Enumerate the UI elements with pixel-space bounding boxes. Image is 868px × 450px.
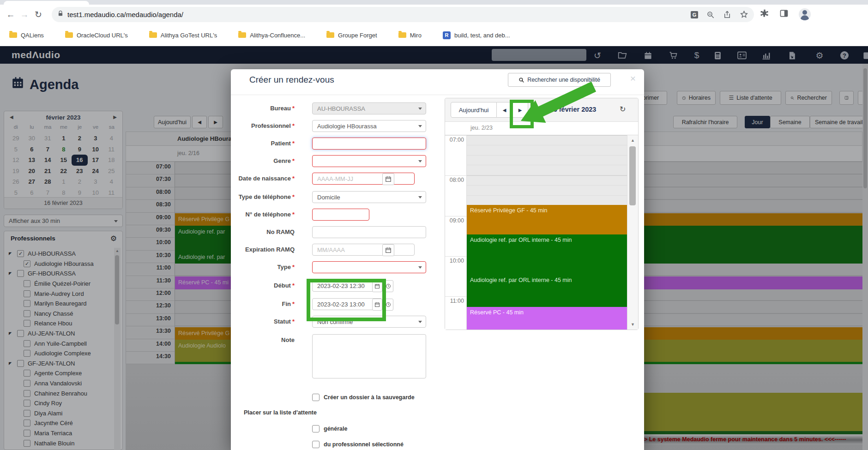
chevron-down-icon [418,321,422,323]
event[interactable]: Réservé Privilège GF - 45 min [467,205,627,234]
field-type: Type* [199,261,429,273]
field-expiration-ramq: Expiration RAMQ MM/AAAA [199,244,429,256]
bureau-select[interactable]: AU-HBOURASSA [312,102,426,114]
chevron-down-icon [418,125,422,127]
fin-label: Fin* [199,298,295,310]
field-patient: Patient* [199,138,429,150]
mini-next-button[interactable]: ▶ [512,102,528,118]
calendar-picker-icon[interactable] [372,280,382,292]
scrollbar-thumb[interactable] [629,146,636,205]
bookmark-item[interactable]: Miro [398,32,422,39]
chevron-down-icon [418,196,422,198]
back-icon[interactable]: ← [4,10,18,20]
bookmark-label: Groupe Forget [338,32,377,39]
url-text[interactable]: test1.medaudio.ca/medaudio/agenda/ [67,11,682,18]
chevron-down-icon [418,108,422,110]
event-label: Audiologie ref. par ORL interne - 45 min [470,277,572,283]
note-textarea[interactable] [312,334,426,378]
time-picker-icon[interactable] [383,280,393,292]
scroll-down-icon[interactable]: ▼ [627,322,638,327]
modal-title: Créer un rendez-vous [249,75,334,85]
mini-date-title: 23 février 2023 [536,106,610,113]
browser-tab[interactable] [4,1,89,5]
event-label: Audiologie ref. par ORL interne - 45 min [470,237,572,243]
calendar-picker-icon[interactable] [372,299,382,311]
event-label: Réservé PC - 45 min [470,309,524,316]
bookmark-item-app[interactable]: R build, test, and deb... [443,31,510,39]
naissance-input[interactable]: AAAA-MM-JJ [312,173,415,185]
translate-icon[interactable]: G [691,11,698,18]
bureau-value: AU-HBOURASSA [317,105,365,112]
chevron-down-icon [418,266,422,269]
bookmark-item[interactable]: Alithya GoTest URL's [149,32,217,39]
field-bureau: Bureau* AU-HBOURASSA [199,102,429,114]
search-availability-button[interactable]: Rechercher une disponibilité [508,73,611,87]
type-telephone-select[interactable]: Domicile [312,191,426,203]
professionnel-label: Professionnel* [199,120,295,132]
mini-time-gutter: 07:0008:0009:0010:0011:00 [445,135,467,330]
extensions-puzzle-icon[interactable] [760,9,769,20]
side-panel-icon[interactable] [779,9,789,20]
create-dossier-option[interactable]: Créer un dossier à la sauvegarde [312,394,415,401]
mini-today-button[interactable]: Aujourd'hui [451,102,497,118]
checkbox[interactable] [312,425,319,432]
time-label: 10:00 [450,258,464,264]
mini-day-label: jeu. 2/23 [470,125,493,131]
calendar-picker-icon[interactable] [382,244,394,256]
browser-profile-avatar[interactable] [799,8,811,20]
expiration-ramq-input[interactable]: MM/AAAA [312,244,415,256]
scroll-up-icon[interactable]: ▲ [627,138,638,143]
no-ramq-input[interactable] [312,226,426,238]
calendar-picker-icon[interactable] [382,173,394,185]
mini-toolbar: Aujourd'hui ◀ ▶ 23 février 2023 ↻ [445,98,638,122]
checkbox[interactable] [312,394,319,401]
folder-icon [398,32,406,38]
statut-value: Non confirmé [317,318,353,325]
patient-input[interactable] [312,138,426,150]
zoom-out-icon[interactable] [706,11,715,19]
create-dossier-label: Créer un dossier à la sauvegarde [324,394,415,401]
share-icon[interactable] [723,11,731,19]
reload-icon[interactable]: ↻ [31,9,45,20]
divider [231,95,644,95]
time-picker-icon[interactable] [383,299,393,311]
mini-prev-button[interactable]: ◀ [497,102,512,118]
checkbox[interactable] [312,441,319,448]
event[interactable]: Audiologie ref. par ORL interne - 45 min [467,275,627,307]
time-label: 08:00 [450,177,464,183]
refresh-icon[interactable]: ↻ [620,105,626,114]
event[interactable]: Réservé PC - 45 min [467,307,627,330]
browser-actions [760,8,811,20]
genre-label: Genre* [199,155,295,167]
type-select[interactable] [312,261,426,273]
professionnel-value: Audiologie HBourassa [317,123,377,130]
mini-schedule-lane[interactable]: Réservé Privilège GF - 45 minAudiologie … [467,135,627,330]
waitlist-general-label: générale [324,426,347,432]
bookmark-label: Alithya-Confluence... [250,32,305,39]
folder-icon [149,32,157,38]
field-fin: Fin* 2023-02-23 13:00 [199,298,429,310]
bookmark-item[interactable]: QALiens [9,32,44,39]
forward-icon[interactable]: → [18,10,31,20]
field-naissance: Date de naissance* AAAA-MM-JJ [199,173,429,185]
bookmark-item[interactable]: Groupe Forget [326,32,377,39]
naissance-label: Date de naissance* [199,173,295,185]
statut-label: Statut* [199,316,295,328]
bookmark-item[interactable]: Alithya-Confluence... [238,32,305,39]
waitlist-general-option[interactable]: générale [312,425,347,432]
genre-select[interactable] [312,155,426,167]
professionnel-select[interactable]: Audiologie HBourassa [312,120,426,132]
folder-icon [238,32,246,38]
statut-select[interactable]: Non confirmé [312,316,426,328]
event[interactable]: Audiologie ref. par ORL interne - 45 min [467,234,627,275]
address-bar[interactable]: test1.medaudio.ca/medaudio/agenda/ G [52,7,754,22]
bookmark-item[interactable]: OracleCloud URL's [65,32,128,39]
field-no-ramq: No RAMQ [199,226,429,238]
waitlist-professional-option[interactable]: du professionnel sélectionné [312,441,404,448]
close-icon[interactable]: × [630,73,636,84]
field-genre: Genre* [199,155,429,167]
bookmark-star-icon[interactable] [740,10,748,19]
mini-scrollbar[interactable]: ▲ ▼ [627,135,638,330]
no-telephone-input[interactable] [312,209,369,221]
field-professionnel: Professionnel* Audiologie HBourassa [199,120,429,132]
